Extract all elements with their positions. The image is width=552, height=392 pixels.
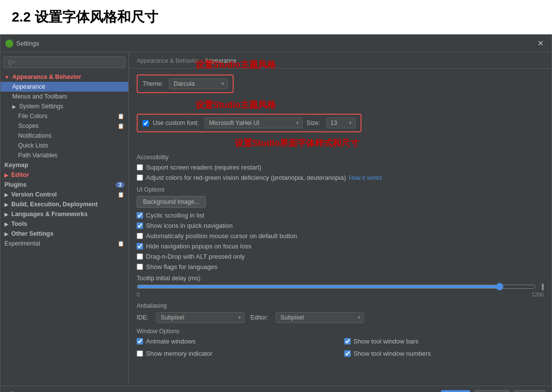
chevron-right-icon-build: ▶ xyxy=(4,202,8,207)
sidebar-label-notifications: Notifications xyxy=(18,132,51,139)
sidebar-item-other[interactable]: ▶ Other Settings xyxy=(0,229,128,239)
search-input[interactable] xyxy=(3,56,125,68)
scopes-icon: 📋 xyxy=(118,123,124,129)
chevron-right-icon-lang: ▶ xyxy=(4,212,8,217)
font-row: Use custom font: Microsoft YaHei UI Aria… xyxy=(137,114,361,132)
font-dropdown-wrapper[interactable]: Microsoft YaHei UI Arial Consolas Segoe … xyxy=(205,118,303,128)
ide-dropdown-wrapper[interactable]: Subpixel Greyscale LCD None xyxy=(156,312,244,323)
annotation-theme-text: 设置Studio主题风格 xyxy=(195,100,276,110)
theme-section: Theme: Darcula IntelliJ High contrast Wi… xyxy=(137,74,544,98)
close-button[interactable]: ✕ xyxy=(534,38,547,49)
drag-n-drop-checkbox[interactable] xyxy=(137,253,143,260)
how-it-works-link[interactable]: How it works xyxy=(349,174,382,181)
drag-n-drop-label: Drag-n-Drop with ALT pressed only xyxy=(146,253,245,260)
cancel-button[interactable]: Cancel xyxy=(474,390,510,392)
background-image-button[interactable]: Background Image... xyxy=(137,196,206,208)
show-memory-row: Show memory indicator xyxy=(137,350,336,357)
settings-app-icon xyxy=(5,40,13,48)
animate-windows-row: Animate windows xyxy=(137,338,336,345)
size-select[interactable]: 10 11 12 13 14 15 16 xyxy=(326,118,356,128)
editor-dropdown-wrapper[interactable]: Subpixel Greyscale LCD None xyxy=(276,312,364,323)
plugins-badge: 3 xyxy=(116,182,124,188)
sidebar-item-version-control[interactable]: ▶ Version Control 📋 xyxy=(0,190,128,199)
breadcrumb: Appearance & Behavior › Appearance xyxy=(129,52,552,69)
dialog-footer: ? OK Cancel Apply xyxy=(0,386,552,392)
sidebar-label-editor: Editor xyxy=(11,172,29,178)
theme-select[interactable]: Darcula IntelliJ High contrast Windows xyxy=(169,78,228,89)
antialiasing-row: IDE: Subpixel Greyscale LCD None Editor: xyxy=(137,312,544,323)
sidebar-item-experimental[interactable]: Experimental 📋 xyxy=(0,239,128,248)
screen-readers-label: Support screen readers (requires restart… xyxy=(146,164,262,171)
sidebar-item-keymap[interactable]: Keymap xyxy=(0,160,128,170)
dialog-title: Settings xyxy=(16,40,39,47)
sidebar-label-tools: Tools xyxy=(11,220,27,227)
tooltip-row: Tooltip initial delay (ms): ▐ 0 1200 xyxy=(137,274,544,297)
sidebar-item-plugins[interactable]: Plugins 3 xyxy=(0,180,128,190)
window-options-grid: Animate windows Show tool window bars Sh… xyxy=(137,338,544,360)
screen-readers-row: Support screen readers (requires restart… xyxy=(137,164,544,171)
sidebar-label-file-colors: File Colors xyxy=(18,113,48,120)
slider-min-value: 0 xyxy=(137,292,140,297)
sidebar: ▼ Appearance & Behavior Appearance Menus… xyxy=(0,52,129,386)
sidebar-item-quick-lists[interactable]: Quick Lists xyxy=(0,141,128,150)
ui-options-title: UI Options xyxy=(137,186,544,193)
file-colors-icon: 📋 xyxy=(118,113,124,120)
tooltip-slider[interactable] xyxy=(137,283,536,291)
page-title: 2.2 设置字体风格和尺寸 xyxy=(0,0,552,34)
sidebar-item-file-colors[interactable]: File Colors 📋 xyxy=(0,111,128,121)
annotation-font-area: 设置Studio界面字体样式和尺寸 xyxy=(235,137,544,149)
slider-labels: 0 1200 xyxy=(137,292,544,297)
ide-label: IDE: xyxy=(137,314,148,321)
sidebar-item-path-variables[interactable]: Path Variables xyxy=(0,150,128,160)
use-custom-font-checkbox[interactable] xyxy=(143,120,149,126)
show-memory-checkbox[interactable] xyxy=(137,350,143,357)
show-tool-window-numbers-checkbox[interactable] xyxy=(344,350,351,357)
animate-windows-label: Animate windows xyxy=(146,338,195,345)
accessibility-title: Accessibility xyxy=(137,154,544,161)
theme-row: Theme: Darcula IntelliJ High contrast Wi… xyxy=(137,74,234,93)
adjust-colors-label: Adjust colors for red-green vision defic… xyxy=(146,174,346,181)
sidebar-label-appearance-behavior: Appearance & Behavior xyxy=(12,74,81,80)
slider-container: ▐ xyxy=(137,283,544,291)
sidebar-label-quick-lists: Quick Lists xyxy=(18,142,48,149)
font-select[interactable]: Microsoft YaHei UI Arial Consolas Segoe … xyxy=(205,118,303,128)
size-dropdown-wrapper[interactable]: 10 11 12 13 14 15 16 xyxy=(326,118,356,128)
breadcrumb-parent: Appearance & Behavior xyxy=(137,57,199,64)
theme-dropdown-wrapper[interactable]: Darcula IntelliJ High contrast Windows xyxy=(169,78,228,89)
adjust-colors-checkbox[interactable] xyxy=(137,174,143,181)
ok-button[interactable]: OK xyxy=(441,390,470,392)
sidebar-label-build: Build, Execution, Deployment xyxy=(11,201,97,208)
sidebar-item-appearance-behavior[interactable]: ▼ Appearance & Behavior xyxy=(0,72,128,82)
show-icons-checkbox[interactable] xyxy=(137,222,143,229)
theme-label: Theme: xyxy=(143,80,163,87)
sidebar-item-notifications[interactable]: Notifications xyxy=(0,131,128,141)
editor-antialiasing-select[interactable]: Subpixel Greyscale LCD None xyxy=(276,312,364,323)
sidebar-item-build[interactable]: ▶ Build, Execution, Deployment xyxy=(0,199,128,209)
show-flags-row: Show flags for languages xyxy=(137,263,544,270)
sidebar-item-appearance[interactable]: Appearance xyxy=(0,82,128,92)
hide-navigation-checkbox[interactable] xyxy=(137,243,143,249)
sidebar-item-languages[interactable]: ▶ Languages & Frameworks xyxy=(0,209,128,219)
show-flags-checkbox[interactable] xyxy=(137,264,143,270)
screen-readers-checkbox[interactable] xyxy=(137,164,143,171)
show-tool-window-bars-checkbox[interactable] xyxy=(344,338,351,344)
sidebar-item-menus-toolbars[interactable]: Menus and Toolbars xyxy=(0,92,128,101)
animate-windows-checkbox[interactable] xyxy=(137,338,143,344)
apply-button[interactable]: Apply xyxy=(514,390,546,392)
cyclic-scrolling-checkbox[interactable] xyxy=(137,212,143,219)
hide-navigation-label: Hide navigation popups on focus loss xyxy=(146,243,251,250)
auto-position-checkbox[interactable] xyxy=(137,233,143,239)
sidebar-item-editor[interactable]: ▶ Editor xyxy=(0,170,128,180)
experimental-icon: 📋 xyxy=(118,241,124,247)
ide-antialiasing-select[interactable]: Subpixel Greyscale LCD None xyxy=(156,312,244,323)
sidebar-item-tools[interactable]: ▶ Tools xyxy=(0,219,128,229)
sidebar-label-appearance: Appearance xyxy=(12,83,45,90)
cyclic-scrolling-label: Cyclic scrolling in list xyxy=(146,212,204,219)
sidebar-item-system-settings[interactable]: ▶ System Settings xyxy=(0,101,128,111)
footer-buttons: OK Cancel Apply xyxy=(441,390,546,392)
auto-position-label: Automatically position mouse cursor on d… xyxy=(146,232,297,240)
main-content: Appearance & Behavior › Appearance Theme… xyxy=(129,52,552,386)
sidebar-item-scopes[interactable]: Scopes 📋 xyxy=(0,121,128,131)
chevron-right-icon-other: ▶ xyxy=(4,231,8,237)
show-icons-label: Show icons in quick navigation xyxy=(146,222,233,229)
